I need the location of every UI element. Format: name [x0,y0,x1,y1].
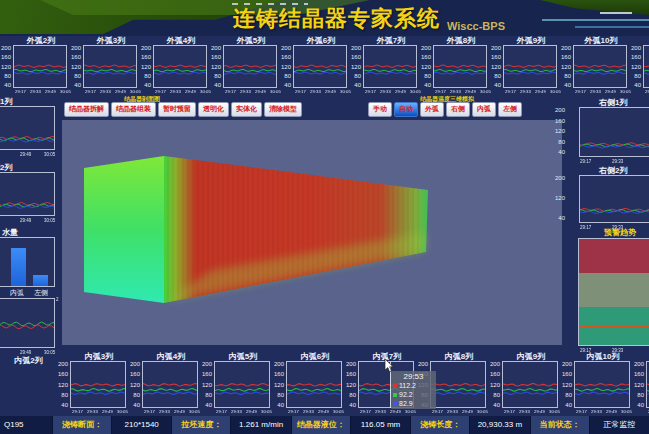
chart-plot[interactable] [286,361,342,408]
trend-chart-外弧6列: 外弧6列200160120804029:1729:3329:4930:05 [280,36,350,96]
x-axis-ticks: 29:1729:3329:4930:05 [490,88,560,96]
alert-trend-plot[interactable] [578,238,649,346]
x-axis-ticks: 29:1729:3329:4930:05 [201,408,273,416]
chart-title: 内弧10列 [561,352,633,361]
mold-3d-view[interactable] [62,120,562,345]
chart-plot[interactable] [83,45,137,88]
chart-title: 外弧4列 [140,36,210,45]
y-axis-ticks: 2001601208040 [490,45,503,88]
transparent-button[interactable]: 透明化 [198,102,229,117]
chart-plot[interactable] [503,45,557,88]
trend-chart-外弧7列: 外弧7列200160120804029:1729:3329:4930:05 [350,36,420,96]
x-axis-ticks: 29:1729:3329:4930:05 [633,408,649,416]
chart-title: 内弧3列 [57,352,129,361]
chart-plot[interactable] [363,45,417,88]
chart-title: 外弧7列 [350,36,420,45]
y-axis-ticks: 20012040 [552,175,565,221]
bar-label: 内弧 [10,288,24,298]
chart-title: 左侧1列 [0,97,12,106]
y-axis-ticks: 2001601208040 [140,45,153,88]
chart-plot[interactable] [0,172,55,216]
header-decoration [575,26,649,28]
chart-plot[interactable] [0,106,55,150]
chart-plot[interactable] [13,45,67,88]
clear-model-button[interactable]: 清除模型 [264,102,302,117]
chart-plot[interactable] [573,45,627,88]
outer-arc-button[interactable]: 外弧 [420,102,444,117]
chart-plot[interactable] [579,175,649,223]
status-value-cast-length: 20,930.33 m [470,416,529,434]
y-axis-tick: 2 [56,297,59,302]
chart-tooltip: 29:53 112.292.282.9 [391,371,436,409]
chart-plot[interactable] [223,45,277,88]
trend-chart-外弧8列: 外弧8列200160120804029:1729:3329:4930:05 [420,36,490,96]
chart-title: 内弧2列 [0,356,57,365]
tooltip-value: 92.2 [399,390,413,399]
chart-plot[interactable] [142,361,198,408]
y-axis-ticks: 2001601208040 [633,361,646,408]
auto-button[interactable]: 自动 [394,102,418,117]
chart-plot[interactable] [502,361,558,408]
chart-title: 右侧1列 [599,98,627,107]
disassemble-button[interactable]: 结晶器拆解 [64,102,109,117]
status-label-mold-level: 结晶器液位： [292,416,350,434]
page-title: 连铸结晶器专家系统 [233,4,440,34]
trend-chart-内弧3列: 内弧3列200160120804029:1729:3329:4930:05 [57,352,129,416]
trend-chart-edge: 200160120804029:1729:3329:4930:05 [633,352,649,416]
x-axis-ticks: 29:1729:3329:4930:05 [0,88,70,96]
mouse-cursor-icon [384,359,395,378]
chart-plot[interactable] [153,45,207,88]
chart-plot[interactable] [574,361,630,408]
x-axis-ticks: 29:1729:3329:4930:05 [210,88,280,96]
bar-左侧 [33,275,48,286]
status-value-speed: 1.261 m/min [231,416,290,434]
x-axis-ticks: 29:1729:3329:4930:05 [560,88,630,96]
manual-button[interactable]: 手动 [368,102,392,117]
right-side-button[interactable]: 右侧 [446,102,470,117]
left-side-button[interactable]: 左侧 [498,102,522,117]
chart-plot[interactable] [0,298,55,348]
alert-panel-title: 预警趋势 [604,227,636,238]
x-axis-ticks: 29:1729:3329:4930:05 [345,408,417,416]
chart-title: 右侧2列 [599,166,627,175]
y-axis-ticks: 2001601208040 [561,361,574,408]
chart-plot[interactable] [70,361,126,408]
assemble-button[interactable]: 结晶器组装 [111,102,156,117]
inner-arc-button[interactable]: 内弧 [472,102,496,117]
trend-chart-外弧5列: 外弧5列200160120804029:1729:3329:4930:05 [210,36,280,96]
y-axis-ticks: 2001601208040 [129,361,142,408]
trend-chart-内弧10列: 内弧10列200160120804029:1729:3329:4930:05 [561,352,633,416]
status-bar: Q195浇铸断面：210*1540拉坯速度：1.261 m/min结晶器液位：1… [0,416,649,434]
x-axis-ticks: 29:49 [20,152,31,157]
trend-chart-内弧5列: 内弧5列200160120804029:1729:3329:4930:05 [201,352,273,416]
y-axis-ticks: 2001601208040 [552,107,565,155]
x-axis-ticks: 29:49 [20,350,31,355]
x-axis-ticks: 29:33 [612,159,623,164]
y-axis-ticks: 2001601208040 [345,361,358,408]
chart-title: 内弧6列 [273,352,345,361]
status-value-mold-level: 116.05 mm [351,416,410,434]
x-axis-ticks: 29:1729:3329:4930:05 [350,88,420,96]
chart-plot[interactable] [433,45,487,88]
chart-plot[interactable] [214,361,270,408]
chart-plot[interactable] [643,45,649,88]
chart-plot[interactable] [579,107,649,157]
trend-chart-外弧9列: 外弧9列200160120804029:1729:3329:4930:05 [490,36,560,96]
status-label-cast-length: 浇铸长度： [411,416,469,434]
y-axis-ticks: 2001601208040 [350,45,363,88]
status-value-current-state: 正常监控 [590,416,649,434]
bar-chart-plot[interactable] [0,237,55,287]
tooltip-value: 82.9 [399,399,413,408]
trend-chart-内弧6列: 内弧6列200160120804029:1729:3329:4930:05 [273,352,345,416]
y-axis-ticks: 2001601208040 [280,45,293,88]
y-axis-ticks: 2001601208040 [201,361,214,408]
reserved-button[interactable]: 暂时预留 [158,102,196,117]
header-decoration [542,19,649,21]
chart-title: 内弧5列 [201,352,273,361]
solid-button[interactable]: 实体化 [231,102,262,117]
chart-title: 外弧5列 [210,36,280,45]
series-color-swatch [393,393,397,397]
chart-plot[interactable] [430,361,486,408]
chart-title: 外弧10列 [560,36,630,45]
chart-plot[interactable] [293,45,347,88]
